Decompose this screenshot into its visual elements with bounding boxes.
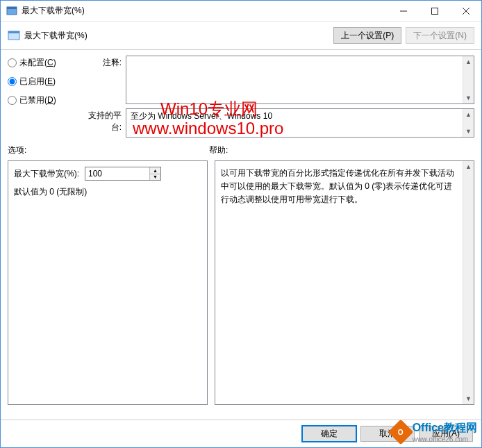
scroll-down-icon[interactable]: ▼ [463,126,474,137]
bandwidth-value: 100 [88,169,102,179]
comment-scrollbar[interactable]: ▲ ▼ [463,56,474,103]
radio-disabled-input[interactable] [8,96,17,105]
platform-textarea: 至少为 Windows Server、Windows 10 ▲ ▼ [126,108,474,138]
svg-rect-7 [8,31,19,33]
help-text: 以可用下载带宽的百分比形式指定传递优化在所有并发下载活动中可以使用的最大下载带宽… [221,167,460,207]
scroll-up-icon[interactable]: ▲ [463,56,474,67]
platform-value: 至少为 Windows Server、Windows 10 [131,110,272,122]
help-panel: 以可用下载带宽的百分比形式指定传递优化在所有并发下载活动中可以使用的最大下载带宽… [215,160,474,405]
close-button[interactable] [450,1,481,21]
spin-up-icon[interactable]: ▲ [149,167,160,174]
radio-not-configured[interactable]: 未配置(C) [8,57,74,69]
apply-button[interactable]: 应用(A) [419,426,473,442]
bandwidth-spinner[interactable]: ▲ ▼ [149,167,160,180]
platform-label: 支持的平台: [80,108,126,133]
help-section-label: 帮助: [209,144,474,156]
scroll-down-icon[interactable]: ▼ [463,92,474,103]
cancel-button[interactable]: 取消 [360,426,415,442]
scroll-down-icon[interactable]: ▼ [463,393,474,404]
lower-panel: 最大下载带宽(%): 100 ▲ ▼ 默认值为 0 (无限制) 以可用下载带宽的… [1,158,481,408]
window-title: 最大下载带宽(%) [22,5,388,17]
section-labels: 选项: 帮助: [1,142,481,158]
titlebar: 最大下载带宽(%) [1,1,481,22]
comment-label: 注释: [80,56,126,69]
bandwidth-label: 最大下载带宽(%): [14,168,79,180]
radio-disabled[interactable]: 已禁用(D) [8,94,74,106]
maximize-icon [431,8,438,15]
app-icon [6,6,17,17]
dialog-footer: 确定 取消 应用(A) [1,420,481,447]
radio-enabled-label: 已启用(E) [19,76,56,88]
previous-setting-button[interactable]: 上一个设置(P) [333,27,401,44]
field-column: 注释: ▲ ▼ 支持的平台: 至少为 Windows Server、Window… [80,56,474,138]
policy-title: 最大下载带宽(%) [24,30,329,42]
dialog-window: 最大下载带宽(%) 最大下载带宽(%) 上一个设置(P) 下一个设置(N) 未配… [0,0,482,448]
minimize-icon [400,8,407,15]
spin-down-icon[interactable]: ▼ [149,174,160,181]
close-icon [463,8,469,15]
ok-button[interactable]: 确定 [302,426,356,442]
radio-disabled-label: 已禁用(D) [19,94,56,106]
bandwidth-input[interactable]: 100 ▲ ▼ [85,167,161,181]
svg-rect-1 [7,7,17,9]
state-radio-group: 未配置(C) 已启用(E) 已禁用(D) [8,56,74,138]
maximize-button[interactable] [419,1,450,21]
radio-enabled[interactable]: 已启用(E) [8,76,74,88]
radio-enabled-input[interactable] [8,77,17,86]
minimize-button[interactable] [388,1,419,21]
platform-scrollbar[interactable]: ▲ ▼ [463,109,474,137]
policy-icon [8,29,20,42]
header-row: 最大下载带宽(%) 上一个设置(P) 下一个设置(N) [1,22,481,50]
options-section-label: 选项: [8,144,209,156]
platform-row: 支持的平台: 至少为 Windows Server、Windows 10 ▲ ▼ [80,108,474,138]
comment-textarea[interactable]: ▲ ▼ [126,56,474,104]
bandwidth-row: 最大下载带宽(%): 100 ▲ ▼ [14,167,201,181]
options-panel: 最大下载带宽(%): 100 ▲ ▼ 默认值为 0 (无限制) [8,160,208,405]
bandwidth-default-note: 默认值为 0 (无限制) [14,186,201,198]
scroll-up-icon[interactable]: ▲ [463,109,474,120]
help-scrollbar[interactable]: ▲ ▼ [463,161,474,404]
next-setting-button: 下一个设置(N) [406,27,474,44]
radio-not-configured-label: 未配置(C) [19,57,56,69]
comment-row: 注释: ▲ ▼ [80,56,474,104]
radio-not-configured-input[interactable] [8,58,17,67]
window-controls [388,1,481,21]
svg-rect-3 [431,8,438,14]
scroll-up-icon[interactable]: ▲ [463,161,474,172]
upper-panel: 未配置(C) 已启用(E) 已禁用(D) 注释: ▲ ▼ [1,50,481,142]
